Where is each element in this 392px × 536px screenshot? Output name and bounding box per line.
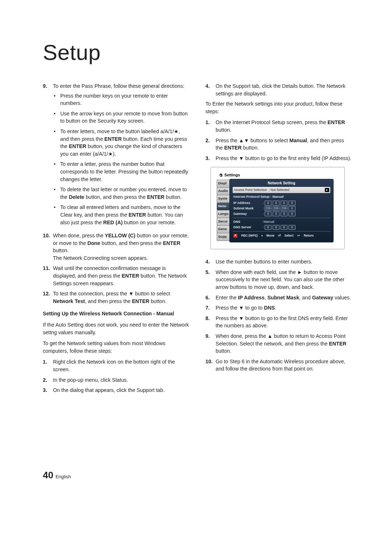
step-number: 11.: [43, 265, 53, 287]
gateway-row: Gateway: 0 0 0 0: [233, 211, 330, 217]
step-text: Press the ▲▼ buttons to select Manual, a…: [216, 137, 352, 152]
step-number: 5.: [205, 269, 216, 291]
left-column: 9. To enter the Pass Phrase, follow thes…: [43, 82, 189, 397]
step-text: In the pop-up menu, click Status.: [53, 376, 189, 384]
step-text: On the Internet Protocol Setup screen, p…: [216, 119, 352, 134]
tab[interactable]: Syste: [217, 195, 230, 203]
step-text: On the dialog that appears, click the Su…: [53, 386, 189, 394]
step-number: 10.: [43, 232, 53, 262]
page-footer: 40 English: [43, 470, 352, 481]
step-number: 9.: [205, 332, 216, 355]
settings-side-tabs: Displ Audio Syste Netw Langu Secur Gene …: [217, 179, 230, 242]
chevron-right-icon: ►: [325, 188, 329, 192]
bullet-text: To delete the last letter or number you …: [60, 186, 189, 201]
settings-screenshot: Settings Displ Audio Syste Netw Langu Se…: [211, 167, 345, 249]
step-number: 3.: [43, 386, 53, 394]
octet-input[interactable]: 255: [265, 206, 271, 211]
step-number: 7.: [205, 304, 216, 312]
panel-footer-hints: A PBC (WPS) ♦Move ⏎Select ↩Return: [233, 233, 330, 238]
button-a-icon: A: [233, 234, 237, 238]
step-text: To test the connection, press the ▼ butt…: [53, 290, 189, 305]
step-text: Enter the IP Address, Subnet Mask, and G…: [216, 294, 352, 302]
step-text: Go to Step 6 in the Automatic Wireless p…: [216, 358, 352, 373]
bullet-text: To clear all entered letters and numbers…: [60, 204, 189, 226]
step-number: 12.: [43, 290, 53, 305]
right-column: 4. On the Support tab, click the Details…: [205, 82, 352, 397]
tab[interactable]: Gene: [217, 225, 230, 233]
octet-input[interactable]: 0: [273, 225, 279, 230]
step-number: 10.: [205, 358, 216, 373]
panel-title: Network Setting: [233, 181, 330, 186]
octet-input[interactable]: 0: [265, 225, 271, 230]
settings-bar-label: Settings: [224, 172, 240, 178]
tab[interactable]: Audio: [217, 187, 230, 195]
octet-input[interactable]: 0: [273, 201, 279, 205]
subnet-mask-row: Subnet Mask: 255 255 255 0: [233, 206, 330, 211]
step-text: When done, press the YELLOW (C) button o…: [53, 232, 189, 262]
octet-input[interactable]: 255: [281, 206, 287, 211]
step-number: 1.: [43, 358, 53, 373]
bullet-text: Use the arrow keys on your remote to mov…: [60, 110, 189, 125]
step-text: To enter the Pass Phrase, follow these g…: [53, 83, 184, 89]
step-text: Press the ▼ to go to DNS.: [216, 304, 352, 312]
step-text: When done with each field, use the ► but…: [216, 269, 352, 291]
octet-input[interactable]: 255: [273, 206, 279, 211]
paragraph: To Enter the Network settings into your …: [205, 100, 352, 115]
page-language: English: [56, 474, 71, 479]
step-text: Right click the Network icon on the bott…: [53, 358, 189, 373]
tab[interactable]: Langu: [217, 210, 230, 218]
page-title: Setup: [43, 40, 352, 65]
tab[interactable]: Displ: [217, 180, 230, 188]
internet-protocol-setup-row: Internet Protocol Setup : Manual: [233, 194, 330, 200]
ip-address-row: IP Address: 0 0 0 0: [233, 200, 330, 206]
step-text: Wait until the connection confirmation m…: [53, 265, 189, 287]
step-number: 2.: [43, 376, 53, 384]
octet-input[interactable]: 0: [281, 212, 287, 216]
bullet-text: To enter a letter, press the number butt…: [60, 160, 189, 183]
page-number: 40: [43, 470, 53, 481]
octet-input[interactable]: 0: [273, 212, 279, 216]
step-text: Press the ▼ button to go to the first en…: [216, 155, 352, 162]
octet-input[interactable]: 0: [289, 201, 295, 205]
step-text: When done, press the ▲ button to return …: [216, 332, 352, 355]
step-number: 3.: [205, 155, 216, 162]
tab[interactable]: Secur: [217, 218, 230, 226]
step-number: 9.: [43, 82, 53, 229]
section-subhead: Setting Up the Wireless Network Connecti…: [43, 310, 189, 318]
octet-input[interactable]: 0: [289, 206, 295, 211]
step-number: 6.: [205, 294, 216, 302]
dns-mode-row: DNS : Manual: [233, 219, 330, 225]
paragraph: If the Auto Setting does not work, you n…: [43, 321, 189, 336]
step-text: On the Support tab, click the Details bu…: [216, 82, 352, 97]
step-number: 4.: [205, 258, 216, 266]
step-number: 1.: [205, 119, 216, 134]
paragraph: To get the Network setting values from m…: [43, 340, 189, 355]
tab[interactable]: Supp: [217, 233, 230, 241]
gear-icon: [219, 173, 223, 177]
bullet-text: To enter letters, move to the button lab…: [60, 128, 189, 157]
step-number: 8.: [205, 315, 216, 330]
octet-input[interactable]: 0: [265, 212, 271, 216]
octet-input[interactable]: 0: [289, 225, 295, 230]
tab-active[interactable]: Netw: [217, 202, 230, 210]
step-text: Use the number buttons to enter numbers.: [216, 258, 352, 266]
octet-input[interactable]: 0: [289, 212, 295, 216]
step-text: Press the ▼ button to go to the first DN…: [216, 315, 352, 330]
dns-server-row: DNS Server: 0 0 0 0: [233, 225, 330, 230]
octet-input[interactable]: 0: [265, 201, 271, 205]
octet-input[interactable]: 0: [281, 201, 287, 205]
bullet-text: Press the number keys on your remote to …: [60, 92, 189, 107]
octet-input[interactable]: 0: [281, 225, 287, 230]
access-point-selection-row[interactable]: Access Point Selection : Not Selected ►: [233, 187, 330, 193]
step-number: 4.: [205, 82, 216, 97]
step-number: 2.: [205, 137, 216, 152]
